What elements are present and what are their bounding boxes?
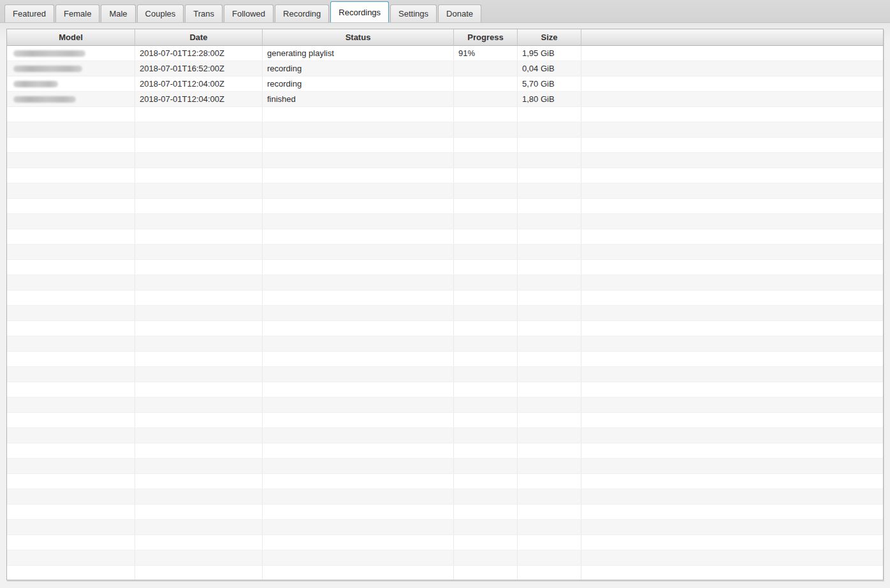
cell-model [7, 336, 135, 351]
table-row-empty[interactable] [7, 535, 883, 550]
cell-extra [581, 214, 883, 229]
table-row-empty[interactable] [7, 520, 883, 535]
tab-recordings[interactable]: Recordings [330, 1, 389, 22]
cell-size [518, 275, 581, 290]
cell-status: recording [263, 61, 454, 76]
tab-donate[interactable]: Donate [438, 4, 481, 22]
cell-status: recording [263, 76, 454, 91]
cell-model [7, 61, 135, 76]
table-row-empty[interactable] [7, 306, 883, 321]
cell-model [7, 321, 135, 336]
cell-size: 5,70 GiB [518, 76, 581, 91]
table-row-empty[interactable] [7, 107, 883, 122]
cell-status [263, 566, 454, 580]
tab-trans[interactable]: Trans [185, 4, 222, 22]
column-header-size[interactable]: Size [518, 29, 581, 46]
model-name-redacted [13, 66, 82, 72]
cell-size [518, 321, 581, 336]
table-row-empty[interactable] [7, 550, 883, 566]
cell-progress: 91% [454, 46, 518, 61]
table-row-empty[interactable] [7, 153, 883, 168]
cell-extra [581, 138, 883, 152]
column-header-model[interactable]: Model [7, 29, 135, 46]
table-row-empty[interactable] [7, 138, 883, 153]
table-row-empty[interactable] [7, 428, 883, 443]
cell-date [135, 214, 263, 229]
cell-status [263, 520, 454, 534]
cell-size [518, 413, 581, 427]
tab-bar: FeaturedFemaleMaleCouplesTransFollowedRe… [0, 0, 890, 23]
tab-male[interactable]: Male [101, 4, 135, 22]
cell-date [135, 505, 263, 519]
table-row-empty[interactable] [7, 474, 883, 489]
table-row-empty[interactable] [7, 260, 883, 275]
table-row-empty[interactable] [7, 382, 883, 398]
table-row-empty[interactable] [7, 367, 883, 382]
cell-status [263, 245, 454, 259]
cell-size [518, 520, 581, 534]
cell-status [263, 413, 454, 427]
table-row-empty[interactable] [7, 199, 883, 214]
cell-progress [454, 275, 518, 290]
cell-extra [581, 489, 883, 504]
cell-status [263, 275, 454, 290]
column-header-date[interactable]: Date [135, 29, 263, 46]
table-row-empty[interactable] [7, 229, 883, 245]
table-row-empty[interactable] [7, 352, 883, 367]
table-row[interactable]: 2018-07-01T12:04:00Zfinished1,80 GiB [7, 92, 883, 107]
table-row-empty[interactable] [7, 413, 883, 428]
table-row-empty[interactable] [7, 168, 883, 183]
cell-model [7, 566, 135, 580]
cell-extra [581, 245, 883, 259]
table-row-empty[interactable] [7, 245, 883, 260]
cell-status [263, 367, 454, 382]
column-header-progress[interactable]: Progress [454, 29, 518, 46]
table-row-empty[interactable] [7, 398, 883, 413]
table-row-empty[interactable] [7, 336, 883, 352]
cell-status [263, 535, 454, 550]
table-header-row: ModelDateStatusProgressSize [7, 29, 883, 46]
cell-extra [581, 398, 883, 412]
column-header-status[interactable]: Status [263, 29, 454, 46]
cell-extra [581, 474, 883, 489]
tab-recording[interactable]: Recording [275, 4, 329, 22]
cell-extra [581, 122, 883, 137]
tab-featured[interactable]: Featured [4, 4, 54, 22]
cell-progress [454, 168, 518, 183]
cell-model [7, 107, 135, 122]
table-row-empty[interactable] [7, 321, 883, 336]
table-row-empty[interactable] [7, 459, 883, 474]
cell-size [518, 306, 581, 320]
cell-size [518, 183, 581, 198]
table-row-empty[interactable] [7, 290, 883, 306]
table-row-empty[interactable] [7, 489, 883, 505]
table-row-empty[interactable] [7, 566, 883, 580]
table-row-empty[interactable] [7, 505, 883, 520]
tab-couples[interactable]: Couples [137, 4, 184, 22]
table-row[interactable]: 2018-07-01T16:52:00Zrecording0,04 GiB [7, 61, 883, 76]
cell-extra [581, 382, 883, 397]
cell-progress [454, 92, 518, 106]
cell-model [7, 352, 135, 366]
cell-extra [581, 459, 883, 473]
cell-model [7, 535, 135, 550]
cell-size [518, 505, 581, 519]
cell-status [263, 168, 454, 183]
table-row[interactable]: 2018-07-01T12:04:00Zrecording5,70 GiB [7, 76, 883, 92]
table-row-empty[interactable] [7, 122, 883, 138]
table-row[interactable]: 2018-07-01T12:28:00Zgenerating playlist9… [7, 46, 883, 61]
cell-progress [454, 183, 518, 198]
table-row-empty[interactable] [7, 275, 883, 290]
tab-settings[interactable]: Settings [390, 4, 437, 22]
recordings-table: ModelDateStatusProgressSize 2018-07-01T1… [6, 29, 884, 580]
tab-female[interactable]: Female [55, 4, 99, 22]
table-row-empty[interactable] [7, 214, 883, 229]
table-row-empty[interactable] [7, 183, 883, 199]
cell-model [7, 260, 135, 275]
column-header-empty[interactable] [581, 29, 883, 46]
cell-status [263, 306, 454, 320]
cell-status [263, 153, 454, 168]
cell-progress [454, 535, 518, 550]
tab-followed[interactable]: Followed [224, 4, 274, 22]
table-row-empty[interactable] [7, 443, 883, 459]
